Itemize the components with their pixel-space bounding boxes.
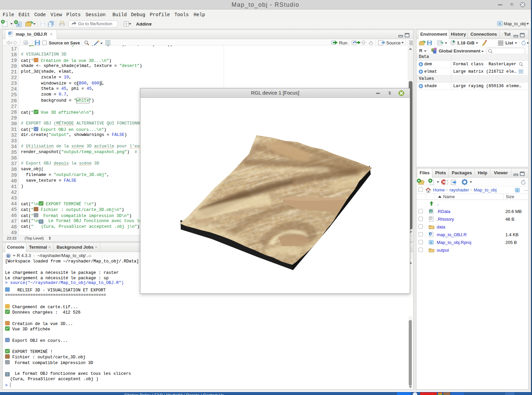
svg-text:Map_to_obj: Map_to_obj: [504, 22, 526, 26]
svg-text:Addins: Addins: [136, 22, 152, 27]
svg-text:List: List: [505, 40, 513, 45]
svg-text:Source: Source: [386, 40, 401, 45]
svg-text:R: R: [430, 232, 432, 236]
svg-text:R: R: [18, 23, 20, 27]
svg-text:R: R: [499, 22, 501, 26]
svg-text:R: R: [9, 32, 11, 35]
svg-text:Run: Run: [339, 40, 347, 45]
svg-text:1.18 GiB: 1.18 GiB: [457, 40, 474, 45]
svg-text:R: R: [430, 241, 432, 244]
svg-text:R: R: [430, 210, 432, 213]
svg-text:Go to file/function: Go to file/function: [78, 21, 112, 26]
svg-text:Source on Save: Source on Save: [49, 41, 80, 45]
svg-text:R: R: [7, 254, 10, 258]
svg-text:R: R: [517, 189, 519, 192]
